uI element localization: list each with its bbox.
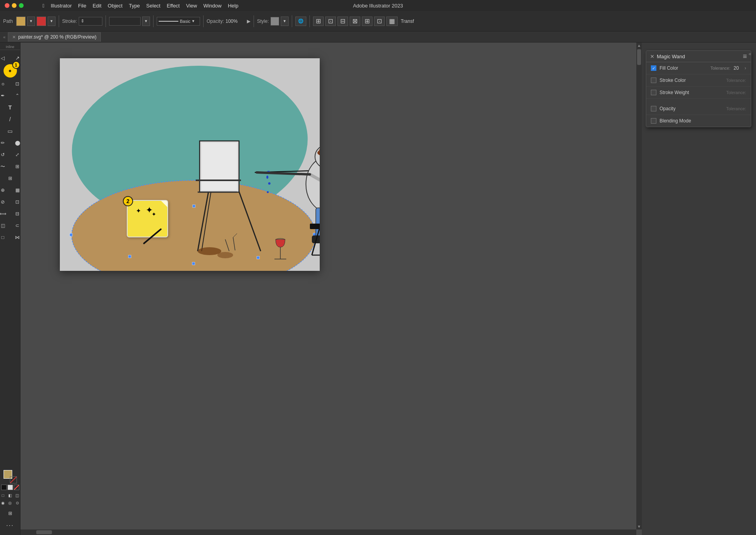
pen-tool-btn[interactable]: ✒ (0, 90, 10, 101)
app-menu-illustrator[interactable]: Illustrator (48, 0, 75, 11)
draw-inside-btn[interactable]: ◧ (7, 492, 13, 498)
symbol-tool-btn[interactable]: ⊕ (0, 185, 10, 196)
menu-file[interactable]: File (75, 0, 89, 11)
selection-tool-btn[interactable]: ◁ (0, 52, 10, 63)
free-transform-btn[interactable]: ⊞ (3, 173, 17, 184)
panel-title-group: ✕ Magic Wand (650, 54, 685, 59)
style-dropdown[interactable]: ▾ (281, 17, 289, 26)
fill-mode-btn[interactable]: ◎ (7, 500, 13, 506)
blending-mode-checkbox[interactable] (651, 118, 656, 124)
toolbar-collapse-label: Inline (0, 44, 20, 50)
apple-menu[interactable]:  (39, 0, 48, 11)
background-swatch[interactable] (10, 476, 17, 483)
menu-object[interactable]: Object (105, 0, 126, 11)
fill-color-swatch[interactable] (16, 17, 26, 26)
screen-mode-btn[interactable]: ◉ (0, 500, 6, 506)
fill-expand-btn[interactable]: › (745, 65, 746, 71)
scroll-down-arrow[interactable]: ▼ (636, 524, 642, 529)
main-toolbar: Path ▾ ▾ Stroke: ⇕ ▾ Basic ▾ Opacity: 10… (0, 11, 756, 31)
magic-wand-tool-group: ✦ 1 (4, 64, 17, 78)
align-btn-5[interactable]: ⊞ (362, 17, 372, 26)
none-swatch[interactable] (14, 485, 19, 490)
menu-view[interactable]: View (183, 0, 200, 11)
style-swatch[interactable] (271, 17, 279, 26)
foreground-background-swatch[interactable] (4, 470, 17, 483)
horizontal-scrollbar[interactable] (20, 529, 636, 535)
warp-tool-btn[interactable]: 〜 (0, 161, 10, 172)
stroke-color-dropdown[interactable]: ▾ (48, 17, 56, 26)
globe-icon-btn[interactable]: 🌐 (295, 17, 306, 26)
type-tool-btn[interactable]: T (3, 102, 17, 113)
draw-behind-btn[interactable]: ◫ (14, 492, 20, 498)
divider-7 (309, 15, 310, 27)
rotate-tool-btn[interactable]: ↺ (0, 149, 10, 160)
artwork-svg (60, 58, 320, 271)
stroke-color-swatch[interactable] (37, 17, 46, 26)
more-tools-btn[interactable]: ··· (3, 520, 17, 531)
color-swatch-area: □ ◧ ◫ ◉ ◎ ⊙ ⊞ ··· (0, 470, 20, 533)
opacity-value[interactable]: 100% (226, 19, 245, 24)
eyedropper-btn[interactable]: ⊘ (0, 196, 10, 207)
fill-color-checkbox[interactable]: ✓ (651, 65, 656, 71)
chart-icon-btn[interactable]: ▦ (386, 17, 398, 26)
stroke-weight-checkbox[interactable] (651, 90, 656, 95)
artboard-container: 2 ✦ ✦ ✦ (60, 58, 320, 271)
stroke-spinner: ⇕ (81, 19, 84, 24)
tab-close-icon[interactable]: ✕ (12, 35, 16, 40)
stroke-value[interactable]: ⇕ (79, 17, 102, 26)
svg-rect-8 (313, 233, 316, 236)
menu-effect[interactable]: Effect (163, 0, 183, 11)
maximize-button[interactable] (19, 3, 24, 8)
close-button[interactable] (5, 3, 9, 8)
opacity-expand[interactable]: ▶ (247, 19, 250, 24)
transform-label: Transf (401, 19, 414, 24)
vertical-scrollbar[interactable]: ▲ ▼ (636, 43, 642, 529)
artboard[interactable]: 2 ✦ ✦ ✦ (60, 58, 320, 271)
basic-label: Basic (180, 19, 191, 24)
document-tab[interactable]: ✕ painter.svg* @ 200 % (RGB/Preview) (8, 32, 101, 42)
fill-tolerance-label: Tolerance: (710, 66, 730, 70)
fill-tolerance-value[interactable]: 20 (734, 65, 741, 71)
fill-color-dropdown[interactable]: ▾ (27, 17, 35, 26)
collapse-icon[interactable]: « (3, 35, 6, 39)
panel-collapse-btn[interactable]: « (749, 51, 751, 57)
opacity-checkbox[interactable] (651, 106, 656, 111)
menu-help[interactable]: Help (225, 0, 242, 11)
lasso-tool-btn[interactable]: ⌾ (0, 78, 10, 89)
panel-close-btn[interactable]: ✕ (650, 54, 654, 59)
menu-window[interactable]: Window (200, 0, 224, 11)
artboard-tool-btn[interactable]: □ (0, 232, 10, 243)
brush-definition[interactable]: Basic ▾ (157, 17, 200, 26)
magic-wand-tooltip-card: 2 ✦ ✦ ✦ (127, 200, 168, 237)
svg-point-41 (217, 252, 233, 258)
scroll-thumb[interactable] (637, 49, 641, 65)
stroke-profile-field[interactable] (109, 17, 141, 26)
pencil-tool-btn[interactable]: ✏ (0, 137, 10, 148)
menu-edit[interactable]: Edit (89, 0, 104, 11)
rectangle-tool-btn[interactable]: ▭ (3, 126, 17, 137)
h-scroll-thumb[interactable] (36, 530, 52, 534)
line-tool-btn[interactable]: / (3, 114, 17, 125)
minimize-button[interactable] (12, 3, 17, 8)
align-btn-2[interactable]: ⊡ (325, 17, 336, 26)
gradient-btn[interactable]: ◫ (0, 220, 10, 231)
white-swatch[interactable] (7, 485, 13, 490)
align-btn-1[interactable]: ⊞ (313, 17, 324, 26)
panel-spacer (646, 99, 751, 103)
menu-type[interactable]: Type (126, 0, 143, 11)
stroke-profile-dropdown[interactable]: ▾ (142, 17, 150, 26)
svg-rect-5 (128, 255, 131, 258)
stroke-mode-btn[interactable]: ⊙ (14, 500, 20, 506)
stroke-color-checkbox[interactable] (651, 78, 656, 83)
doc-tab-bar: « ✕ painter.svg* @ 200 % (RGB/Preview) (0, 31, 756, 43)
blend-tool-btn[interactable]: ⟺ (0, 208, 10, 219)
panel-menu-btn[interactable]: ≡ (743, 53, 747, 60)
normal-mode-btn[interactable]: □ (0, 492, 6, 498)
align-btn-4[interactable]: ⊠ (350, 17, 360, 26)
layers-icon-btn[interactable]: ⊞ (3, 508, 17, 519)
align-btn-3[interactable]: ⊟ (337, 17, 348, 26)
scroll-up-arrow[interactable]: ▲ (636, 43, 642, 48)
black-swatch[interactable] (1, 485, 7, 490)
align-btn-6[interactable]: ⊡ (374, 17, 385, 26)
menu-select[interactable]: Select (143, 0, 163, 11)
